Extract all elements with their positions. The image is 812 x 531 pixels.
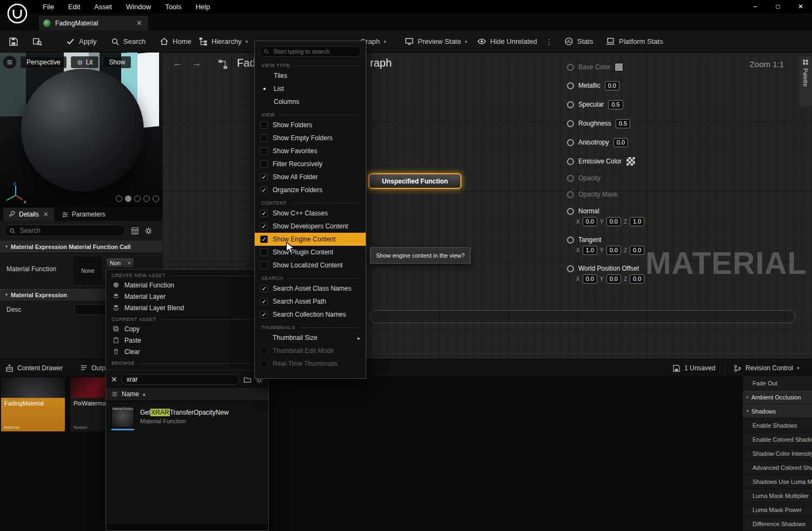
menu-item-material-layer-blend[interactable]: Material Layer Blend: [106, 302, 268, 313]
apply-button[interactable]: Apply: [66, 30, 97, 53]
pin-circle[interactable]: [567, 64, 574, 71]
save-button[interactable]: [9, 30, 18, 53]
menu-item-show-developers-content[interactable]: Show Developers Content: [255, 220, 366, 233]
mesh-custom-button[interactable]: [153, 195, 159, 202]
property-row-difference-shadows[interactable]: Difference Shadows: [743, 517, 812, 531]
perspective-button[interactable]: Perspective: [21, 56, 67, 68]
checkbox[interactable]: [260, 160, 268, 168]
checkbox-checked[interactable]: [260, 235, 268, 243]
mesh-cylinder-button[interactable]: [116, 195, 122, 202]
menu-item-columns[interactable]: Columns: [255, 95, 366, 108]
menu-search-box[interactable]: [259, 46, 361, 57]
unspecified-function-node[interactable]: Unspecified Function: [368, 173, 461, 189]
emissive-color-swatch[interactable]: [626, 156, 636, 166]
back-arrow-icon[interactable]: ←: [173, 58, 182, 69]
mesh-sphere-button[interactable]: [125, 195, 131, 202]
menu-item-thumbnail-size[interactable]: Thumbnail Size ▸: [255, 331, 366, 344]
platform-stats-button[interactable]: Platform Stats: [606, 30, 663, 53]
content-drawer-button[interactable]: Content Drawer: [5, 359, 63, 377]
display-filter-icon[interactable]: [131, 227, 139, 235]
checkbox-checked[interactable]: [260, 311, 268, 318]
menu-item-show-empty-folders[interactable]: Show Empty Folders: [255, 132, 366, 145]
checkbox-checked[interactable]: [260, 209, 268, 217]
category-ambient-occlusion[interactable]: ▸ Ambient Occlusion: [743, 390, 812, 404]
show-menu-button[interactable]: Show: [103, 56, 131, 68]
menu-item-show-cpp-classes[interactable]: Show C++ Classes: [255, 207, 366, 220]
pin-circle[interactable]: [567, 101, 574, 108]
menu-search-input[interactable]: [273, 48, 357, 55]
base-color-swatch[interactable]: [615, 63, 623, 71]
menu-item-show-all-folder[interactable]: Show All Folder: [255, 171, 366, 183]
home-button[interactable]: Home: [160, 30, 192, 53]
normal-y-value[interactable]: 0.0: [606, 217, 621, 226]
browse-folder-icon[interactable]: [243, 376, 252, 384]
property-row-luma-mask-multiplier[interactable]: Luma Mask Multiplier: [743, 489, 812, 503]
pin-circle[interactable]: [567, 158, 574, 165]
checkbox[interactable]: [260, 147, 268, 155]
category-shadows[interactable]: ▾ Shadows: [743, 404, 812, 418]
pin-circle[interactable]: [567, 208, 574, 215]
menu-item-show-favorites[interactable]: Show Favorites: [255, 145, 366, 158]
property-row-shadows-use-luma[interactable]: Shadows Use Luma M: [743, 475, 812, 489]
menu-item-paste[interactable]: Paste: [106, 335, 268, 346]
menu-item-thumbnail-edit-mode[interactable]: Thumbnail Edit Mode: [255, 344, 366, 357]
property-row-fade-out[interactable]: Fade Out: [743, 376, 812, 390]
menu-item-tiles[interactable]: Tiles: [255, 69, 366, 82]
checkbox-checked[interactable]: [260, 173, 268, 181]
revision-control-button[interactable]: Revision Control ▾: [734, 359, 800, 377]
maximize-button[interactable]: □: [767, 0, 789, 14]
wpo-y-value[interactable]: 0.0: [606, 274, 621, 284]
browse-to-asset-button[interactable]: [32, 30, 42, 53]
toolbar-search-button[interactable]: Search: [111, 30, 146, 53]
material-result-node[interactable]: Base Color Metallic 0.0 Specular 0.5 Rou…: [567, 58, 702, 296]
menu-item-tools[interactable]: Tools: [158, 0, 188, 14]
minimize-button[interactable]: –: [744, 0, 767, 14]
checkbox[interactable]: [260, 248, 268, 256]
unsaved-indicator[interactable]: 1 Unsaved: [672, 359, 715, 377]
property-row-shadow-color-intensity[interactable]: Shadow Color Intensity: [743, 447, 812, 461]
pin-circle[interactable]: [567, 175, 574, 182]
details-search-input[interactable]: [19, 226, 121, 235]
material-function-thumbnail[interactable]: None: [74, 257, 101, 284]
menu-item-list[interactable]: List: [255, 82, 366, 95]
menu-item-window[interactable]: Window: [119, 0, 158, 14]
checkbox[interactable]: [260, 121, 268, 129]
tab-parameters[interactable]: Parameters: [56, 208, 111, 221]
menu-item-show-localized-content[interactable]: Show Localized Content: [255, 259, 366, 272]
checkbox[interactable]: [260, 347, 268, 355]
preview-state-button[interactable]: Preview State ▾: [405, 30, 467, 53]
menu-item-show-engine-content[interactable]: Show Engine Content: [255, 233, 366, 246]
section-material-function-call[interactable]: ▾ Material Expression Material Function …: [0, 240, 162, 253]
menu-item-clear[interactable]: Clear: [106, 346, 268, 357]
property-row-enable-shadows[interactable]: Enable Shadows: [743, 418, 812, 432]
asset-result-row[interactable]: Material Function GetXRARTransferOpacity…: [106, 401, 268, 430]
metallic-value[interactable]: 0.0: [605, 81, 619, 90]
menu-item-search-asset-path[interactable]: Search Asset Path: [255, 295, 366, 308]
checkbox[interactable]: [260, 360, 268, 368]
forward-arrow-icon[interactable]: →: [192, 58, 201, 69]
menu-item-material-function[interactable]: Material Function: [106, 279, 268, 291]
toolbar-options-kebab[interactable]: ⋮: [545, 30, 553, 53]
asset-tile-fadingmaterial[interactable]: FadingMaterial Material: [1, 377, 65, 431]
pin-circle[interactable]: [567, 82, 574, 89]
tangent-x-value[interactable]: 1.0: [583, 246, 597, 255]
menu-item-copy[interactable]: Copy: [106, 323, 268, 335]
material-function-dropdown[interactable]: Non ▾: [106, 258, 134, 268]
menu-item-show-folders[interactable]: Show Folders: [255, 119, 366, 132]
mesh-plane-button[interactable]: [134, 195, 141, 202]
close-tab-icon[interactable]: ✕: [43, 211, 49, 218]
menu-item-file[interactable]: File: [36, 0, 61, 14]
checkbox[interactable]: [260, 261, 268, 269]
checkbox-checked[interactable]: [260, 298, 268, 305]
hide-unrelated-button[interactable]: Hide Unrelated: [477, 30, 537, 53]
property-row-advanced-colored-shadows[interactable]: Advanced Colored Sha: [743, 461, 812, 475]
wpo-x-value[interactable]: 0.0: [583, 274, 597, 284]
palette-side-tab[interactable]: Palette: [799, 56, 812, 106]
tangent-y-value[interactable]: 0.0: [606, 246, 621, 255]
graph-search-bar[interactable]: [370, 310, 795, 323]
tab-close-icon[interactable]: ✕: [135, 19, 144, 27]
specular-value[interactable]: 0.5: [608, 100, 623, 109]
checkbox-checked[interactable]: [260, 186, 268, 194]
pin-circle[interactable]: [567, 139, 574, 146]
menu-item-search-asset-class-names[interactable]: Search Asset Class Names: [255, 282, 366, 295]
